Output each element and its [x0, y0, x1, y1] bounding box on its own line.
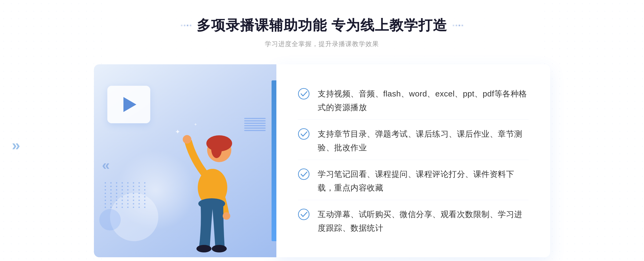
illustration-panel: ✦ ✦ «: [94, 64, 276, 257]
dot-8: [462, 25, 463, 26]
dot-3: [187, 25, 188, 26]
chevron-left-icon: «: [102, 157, 110, 173]
dot-4: [190, 25, 191, 26]
page-subtitle: 学习进度全掌握，提升录播课教学效果: [181, 40, 463, 48]
svg-point-3: [211, 139, 222, 158]
dot-2: [184, 25, 185, 26]
page-container: 多项录播课辅助功能 专为线上教学打造 学习进度全掌握，提升录播课教学效果: [0, 0, 644, 261]
feature-text-2: 支持章节目录、弹题考试、课后练习、课后作业、章节测验、批改作业: [318, 127, 529, 154]
play-icon: [123, 97, 136, 112]
dots-decoration: [105, 182, 148, 236]
video-bubble: [107, 86, 150, 123]
blue-bar: [272, 80, 276, 241]
check-icon-3: [298, 168, 310, 180]
check-icon-2: [298, 128, 310, 140]
svg-point-12: [298, 129, 309, 139]
svg-point-6: [196, 245, 211, 252]
feature-item-4: 互动弹幕、试听购买、微信分享、观看次数限制、学习进度跟踪、数据统计: [298, 202, 529, 240]
page-title: 多项录播课辅助功能 专为线上教学打造: [197, 16, 447, 35]
right-decorator: [453, 25, 463, 26]
content-wrapper: 多项录播课辅助功能 专为线上教学打造 学习进度全掌握，提升录播课教学效果: [0, 16, 644, 257]
check-icon-1: [298, 88, 310, 100]
dot-5: [453, 25, 454, 26]
check-icon-4: [298, 208, 310, 220]
svg-point-5: [198, 198, 225, 209]
main-content: ✦ ✦ « 支: [94, 64, 550, 257]
page-left-chevron-icon: »: [12, 136, 20, 154]
feature-text-1: 支持视频、音频、flash、word、excel、ppt、pdf等各种格式的资源…: [318, 87, 529, 114]
svg-point-14: [298, 209, 309, 220]
svg-point-7: [212, 245, 227, 252]
svg-text:✦: ✦: [175, 128, 180, 135]
dots-grid: [105, 182, 148, 208]
svg-point-4: [183, 135, 191, 144]
feature-text-4: 互动弹幕、试听购买、微信分享、观看次数限制、学习进度跟踪、数据统计: [318, 207, 529, 235]
left-decorator: [181, 25, 191, 26]
feature-text-3: 学习笔记回看、课程提问、课程评论打分、课件资料下载，重点内容收藏: [318, 167, 529, 195]
person-illustration: ✦ ✦: [167, 102, 258, 257]
svg-text:✦: ✦: [194, 122, 197, 127]
header-section: 多项录播课辅助功能 专为线上教学打造 学习进度全掌握，提升录播课教学效果: [181, 16, 463, 48]
dot-6: [456, 25, 457, 26]
title-row: 多项录播课辅助功能 专为线上教学打造: [181, 16, 463, 35]
svg-point-8: [223, 212, 230, 220]
feature-item-1: 支持视频、音频、flash、word、excel、ppt、pdf等各种格式的资源…: [298, 81, 529, 120]
feature-item-3: 学习笔记回看、课程提问、课程评论打分、课件资料下载，重点内容收藏: [298, 162, 529, 200]
svg-point-11: [298, 88, 309, 99]
dot-1: [181, 25, 182, 26]
feature-item-2: 支持章节目录、弹题考试、课后练习、课后作业、章节测验、批改作业: [298, 122, 529, 160]
dot-7: [459, 25, 460, 26]
features-panel: 支持视频、音频、flash、word、excel、ppt、pdf等各种格式的资源…: [276, 64, 550, 257]
svg-point-13: [298, 169, 309, 180]
